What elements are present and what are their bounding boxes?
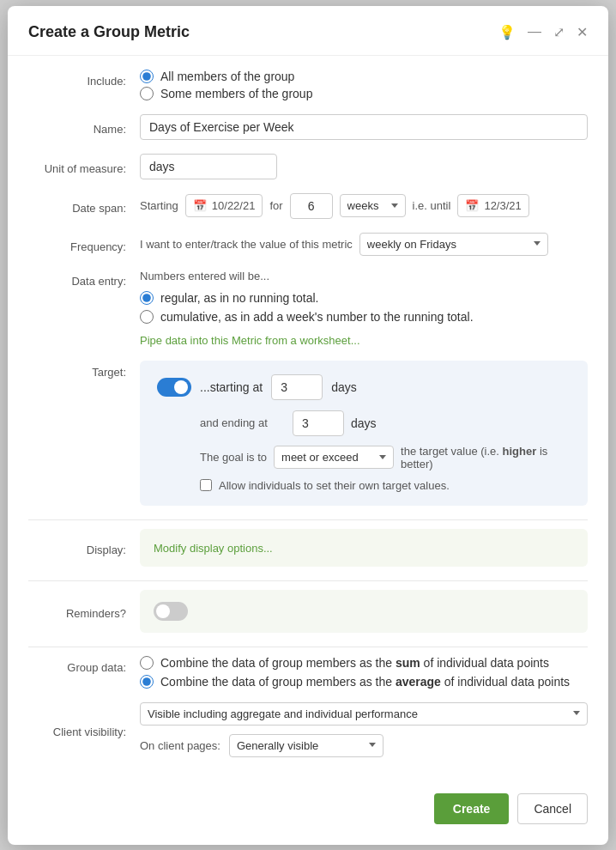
data-entry-hint: Numbers entered will be... (140, 270, 588, 282)
date-span-content: Starting 📅 10/22/21 for weeks days month… (140, 193, 588, 219)
reminders-toggle[interactable] (154, 602, 188, 621)
frequency-text: I want to enter/track the value of this … (140, 238, 353, 251)
target-toggle-row: ...starting at days (157, 374, 571, 400)
reminders-toggle-slider (154, 602, 188, 621)
allow-individual-label: Allow individuals to set their own targe… (219, 479, 450, 492)
frequency-row: Frequency: I want to enter/track the val… (28, 233, 588, 256)
target-end-input[interactable] (293, 410, 344, 436)
frequency-select[interactable]: weekly on Fridays daily weekly on Monday… (359, 233, 548, 256)
allow-individual-checkbox[interactable] (200, 479, 212, 491)
client-visibility-content: Visible including aggregate and individu… (140, 702, 588, 757)
client-pages-row: On client pages: Generally visible Hidde… (140, 734, 588, 757)
data-entry-regular-radio[interactable] (140, 291, 154, 305)
target-toggle[interactable] (157, 378, 191, 397)
reminders-content (140, 590, 588, 633)
include-label: Include: (28, 70, 140, 88)
name-row: Name: (28, 114, 588, 140)
expand-icon[interactable]: ⤢ (553, 24, 565, 40)
target-label: Target: (28, 361, 140, 379)
display-content: Modify display options... (140, 529, 588, 567)
group-data-average-option[interactable]: Combine the data of group members as the… (140, 675, 588, 689)
include-all-option[interactable]: All members of the group (140, 70, 588, 83)
include-some-label: Some members of the group (160, 87, 312, 100)
group-data-content: Combine the data of group members as the… (140, 656, 588, 689)
pipe-link[interactable]: Pipe data into this Metric from a worksh… (140, 334, 588, 347)
until-label: i.e. until (413, 199, 451, 212)
goal-desc: the target value (i.e. higher is better) (401, 445, 571, 471)
start-date-group[interactable]: 📅 10/22/21 (185, 194, 263, 217)
group-data-sum-label: Combine the data of group members as the… (160, 656, 549, 670)
create-button[interactable]: Create (434, 793, 510, 824)
frequency-label: Frequency: (28, 235, 140, 253)
ending-at-label: and ending at (200, 416, 286, 429)
modal-header: Create a Group Metric 💡 — ⤢ ✕ (8, 6, 608, 56)
data-entry-content: Numbers entered will be... regular, as i… (140, 270, 588, 347)
calendar-icon-end: 📅 (465, 199, 479, 212)
group-data-label: Group data: (28, 656, 140, 674)
frequency-content: I want to enter/track the value of this … (140, 233, 588, 256)
group-data-sum-radio[interactable] (140, 656, 154, 670)
goal-prefix: The goal is to (200, 451, 267, 464)
date-span-label: Date span: (28, 197, 140, 215)
include-all-radio[interactable] (140, 70, 154, 83)
for-label: for (269, 199, 282, 212)
end-date-value: 12/3/21 (484, 199, 521, 212)
divider-3 (28, 647, 588, 647)
create-group-metric-modal: Create a Group Metric 💡 — ⤢ ✕ Include: A… (8, 6, 608, 845)
target-section: ...starting at days and ending at days T… (140, 361, 588, 506)
target-start-unit: days (331, 380, 357, 394)
end-date-group[interactable]: 📅 12/3/21 (457, 194, 528, 217)
reminders-row: Reminders? (28, 590, 588, 633)
include-options: All members of the group Some members of… (140, 70, 588, 100)
client-visibility-select[interactable]: Visible including aggregate and individu… (140, 702, 588, 726)
divider-2 (28, 580, 588, 581)
starting-label: Starting (140, 199, 178, 212)
close-icon[interactable]: ✕ (577, 24, 588, 40)
client-pages-label: On client pages: (140, 739, 220, 752)
client-visibility-label: Client visibility: (28, 720, 140, 738)
group-data-row: Group data: Combine the data of group me… (28, 656, 588, 689)
data-entry-regular-label: regular, as in no running total. (160, 291, 318, 305)
cancel-button[interactable]: Cancel (517, 793, 588, 824)
data-entry-regular-option[interactable]: regular, as in no running total. (140, 291, 588, 305)
header-icons: 💡 — ⤢ ✕ (498, 24, 588, 40)
data-entry-row: Data entry: Numbers entered will be... r… (28, 270, 588, 347)
target-row: Target: ...starting at days and ending a… (28, 361, 588, 506)
modal-footer: Create Cancel (8, 785, 608, 824)
include-all-label: All members of the group (160, 70, 294, 83)
client-pages-select[interactable]: Generally visible Hidden by default Visi… (229, 734, 383, 757)
minimize-icon[interactable]: — (528, 24, 541, 39)
goal-select[interactable]: meet or exceed stay below exactly match (274, 446, 394, 469)
allow-individual-row: Allow individuals to set their own targe… (200, 479, 571, 492)
frequency-controls: I want to enter/track the value of this … (140, 233, 588, 256)
target-content: ...starting at days and ending at days T… (140, 361, 588, 506)
starting-at-label: ...starting at (200, 380, 263, 394)
unit-content (140, 154, 588, 179)
name-input[interactable] (140, 114, 588, 140)
modal-body: Include: All members of the group Some m… (8, 56, 608, 785)
duration-unit-select[interactable]: weeks days months (340, 194, 406, 217)
goal-row: The goal is to meet or exceed stay below… (200, 445, 571, 471)
target-end-unit: days (351, 416, 377, 430)
target-toggle-slider (157, 378, 191, 397)
client-visibility-row: Client visibility: Visible including agg… (28, 702, 588, 757)
reminders-label: Reminders? (28, 602, 140, 620)
data-entry-label: Data entry: (28, 270, 140, 288)
unit-label: Unit of measure: (28, 157, 140, 175)
display-link[interactable]: Modify display options... (154, 542, 273, 555)
include-row: Include: All members of the group Some m… (28, 70, 588, 100)
date-span-row: Date span: Starting 📅 10/22/21 for weeks… (28, 193, 588, 219)
data-entry-cumulative-option[interactable]: cumulative, as in add a week's number to… (140, 310, 588, 324)
include-some-option[interactable]: Some members of the group (140, 87, 588, 100)
duration-input[interactable] (290, 193, 333, 219)
data-entry-cumulative-radio[interactable] (140, 310, 154, 324)
target-start-input[interactable] (271, 374, 323, 400)
bulb-icon[interactable]: 💡 (498, 24, 516, 40)
unit-input[interactable] (140, 154, 277, 179)
group-data-sum-option[interactable]: Combine the data of group members as the… (140, 656, 588, 670)
divider-1 (28, 519, 588, 520)
name-content (140, 114, 588, 140)
group-data-average-radio[interactable] (140, 675, 154, 689)
name-label: Name: (28, 118, 140, 136)
include-some-radio[interactable] (140, 87, 154, 100)
